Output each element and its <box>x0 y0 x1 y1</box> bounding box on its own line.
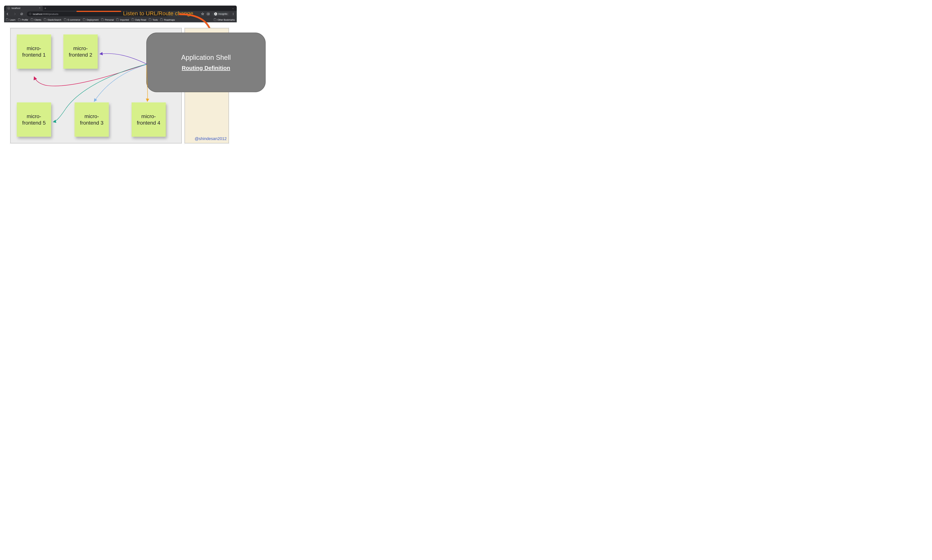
svg-point-3 <box>233 14 233 14</box>
site-info-icon[interactable]: ⓘ <box>29 12 31 15</box>
bookmark-folder-learn[interactable]: Learn <box>6 18 15 21</box>
folder-icon <box>214 19 216 21</box>
note-mfe-4: micro-frontend 4 <box>131 102 166 137</box>
svg-point-4 <box>233 14 233 15</box>
new-tab-button[interactable]: ＋ <box>43 6 48 11</box>
other-bookmarks[interactable]: Other Bookmarks <box>214 18 235 21</box>
diagram-canvas: localhost × ＋ ⌄ ⓘ localhost:8080/product… <box>0 0 276 155</box>
application-shell-box: Application Shell Routing Definition <box>146 32 265 92</box>
note-mfe-1: micro-frontend 1 <box>17 34 51 69</box>
side-panel-icon[interactable] <box>207 12 210 15</box>
folder-icon <box>6 19 9 21</box>
shell-subtitle: Routing Definition <box>182 65 230 71</box>
folder-icon <box>18 19 21 21</box>
folder-icon <box>131 19 134 21</box>
bookmark-folder-daily-read[interactable]: Daily Read <box>131 18 146 21</box>
folder-icon <box>101 19 104 21</box>
bookmark-folder-roadmaps[interactable]: Roadmaps <box>160 18 175 21</box>
tabs-row: localhost × ＋ ⌄ <box>4 6 237 11</box>
svg-point-2 <box>233 13 233 14</box>
folder-icon <box>160 19 163 21</box>
incognito-chip[interactable]: Incognito <box>212 12 229 16</box>
bookmark-folder-deployment[interactable]: Deployment <box>83 18 99 21</box>
chrome-right: Incognito <box>201 12 235 16</box>
back-button[interactable] <box>6 12 10 16</box>
bookmark-folder-ecommerce[interactable]: E-commerce <box>64 18 80 21</box>
folder-icon <box>83 19 86 21</box>
folder-icon <box>116 19 119 21</box>
bookmark-folder-elasticsearch[interactable]: ElasticSearch <box>44 18 61 21</box>
url-highlight-underline <box>76 11 121 12</box>
bookmarks-bar: Learn Profile Clients ElasticSearch E-co… <box>4 17 237 22</box>
tab-title: localhost <box>12 7 37 9</box>
url-host: localhost <box>33 13 42 15</box>
folder-icon <box>149 19 151 21</box>
close-icon[interactable]: × <box>39 7 41 9</box>
annotation-text: Listen to URL/Route change <box>123 10 193 17</box>
forward-button[interactable] <box>13 12 17 16</box>
folder-icon <box>31 19 33 21</box>
bookmark-folder-imported[interactable]: Imported <box>116 18 129 21</box>
tabs-menu-button[interactable]: ⌄ <box>231 6 235 11</box>
bookmark-folder-tools[interactable]: Tools <box>149 18 158 21</box>
bookmark-folder-personal[interactable]: Personal <box>101 18 114 21</box>
bookmark-folder-clients[interactable]: Clients <box>31 18 42 21</box>
tab-active[interactable]: localhost × <box>6 6 43 11</box>
folder-icon <box>44 19 46 21</box>
url-path: :8080/products <box>42 13 58 15</box>
bookmark-folder-profile[interactable]: Profile <box>18 18 28 21</box>
svg-rect-0 <box>207 13 209 15</box>
incognito-label: Incognito <box>218 13 227 15</box>
architecture-diagram: @shindesan2012 micro-frontend 1 micro-fr… <box>10 28 229 143</box>
author-attribution: @shindesan2012 <box>194 136 227 141</box>
globe-icon <box>8 7 10 9</box>
note-mfe-3: micro-frontend 3 <box>74 102 109 137</box>
kebab-menu-icon[interactable] <box>232 13 235 15</box>
browser-chrome: localhost × ＋ ⌄ ⓘ localhost:8080/product… <box>4 6 237 22</box>
shell-title: Application Shell <box>181 54 231 62</box>
folder-icon <box>64 19 66 21</box>
incognito-icon <box>214 12 217 15</box>
note-mfe-5: micro-frontend 5 <box>17 102 51 137</box>
bookmark-star-icon[interactable] <box>201 12 204 15</box>
note-mfe-2: micro-frontend 2 <box>63 34 98 69</box>
reload-button[interactable] <box>20 12 24 16</box>
